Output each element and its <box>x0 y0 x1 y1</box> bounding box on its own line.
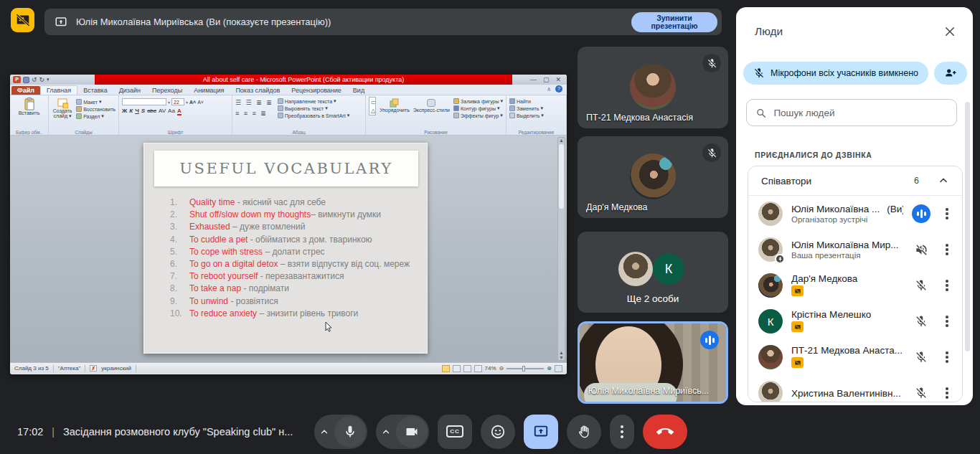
camera-button[interactable] <box>396 416 428 448</box>
arrange-button[interactable]: Упорядочить <box>380 97 410 127</box>
mic-options-chevron[interactable] <box>314 427 334 437</box>
ppt-vertical-scrollbar[interactable]: ▲ ▲ ▼ <box>557 137 565 361</box>
participant-row[interactable]: Юлія Миколаївна Мир... Ваша презентація <box>748 232 962 268</box>
panel-scrollbar[interactable] <box>965 102 970 351</box>
tab-design[interactable]: Дизайн <box>113 86 146 95</box>
sorter-view-button[interactable] <box>453 365 461 372</box>
more-options-button[interactable] <box>939 241 955 258</box>
section-button[interactable]: Раздел ▾ <box>76 113 116 119</box>
shapes-gallery[interactable]: ▭╲╲□○◇ △▽○☆ <box>369 97 376 115</box>
shape-fill-button[interactable]: Заливка фигуры ▾ <box>453 98 503 104</box>
shape-outline-button[interactable]: Контур фигуры ▾ <box>453 105 503 111</box>
more-options-button[interactable] <box>939 205 955 222</box>
list-buttons[interactable]: ☰ ☰ ≣ ≣ <box>235 99 273 107</box>
shadow-button[interactable]: S <box>141 108 145 115</box>
raise-hand-button[interactable] <box>567 415 601 449</box>
ppt-window-controls[interactable]: — ▢ ✕ <box>512 75 567 85</box>
scrollbar-thumb[interactable] <box>559 144 564 209</box>
font-size-box[interactable]: 22 <box>171 98 184 105</box>
more-options-button[interactable] <box>939 277 955 294</box>
captions-button[interactable]: CC <box>438 415 472 449</box>
smartart-button[interactable]: Преобразовать в SmartArt ▾ <box>278 113 349 118</box>
qat-dropdown-icon[interactable]: ▾ <box>47 76 50 83</box>
font-color-button[interactable]: A <box>177 108 182 115</box>
maximize-icon[interactable]: ▢ <box>543 76 550 83</box>
chevron-up-icon[interactable] <box>938 175 949 186</box>
scroll-up-icon[interactable]: ▲ <box>559 138 564 143</box>
normal-view-button[interactable] <box>442 365 450 372</box>
save-icon[interactable] <box>23 77 29 83</box>
quick-styles-button[interactable]: Экспресс-стили <box>413 97 450 127</box>
close-icon[interactable]: ✕ <box>555 76 561 83</box>
shrink-font-button[interactable]: A˅ <box>197 100 204 105</box>
add-people-button[interactable] <box>934 62 967 85</box>
tab-animation[interactable]: Анимация <box>188 86 230 95</box>
new-slide-button[interactable]: Создатьслайд ▾ <box>52 97 73 127</box>
participant-row[interactable]: К Крістіна Мелешко <box>748 303 962 339</box>
close-panel-button[interactable] <box>941 23 958 40</box>
undo-icon[interactable]: ↺ <box>32 76 37 83</box>
bold-button[interactable]: Ж <box>122 108 127 115</box>
spellcheck-icon[interactable]: ✗ <box>90 365 97 372</box>
search-people-box[interactable] <box>746 99 957 126</box>
camera-options-chevron[interactable] <box>376 427 396 437</box>
zoom-slider[interactable] <box>507 368 544 369</box>
tab-slideshow[interactable]: Показ слайдов <box>230 86 286 95</box>
grow-font-button[interactable]: A˄ <box>189 100 196 105</box>
coauthors-header[interactable]: Співавтори 6 <box>748 166 962 196</box>
more-options-button[interactable] <box>939 384 955 402</box>
participant-row[interactable]: Дар'я Медкова <box>748 268 962 303</box>
next-slide-icon[interactable]: ▼ <box>559 355 564 360</box>
layout-button[interactable]: Макет ▾ <box>76 99 116 105</box>
align-buttons[interactable]: ≡ ≡ ≡ ≣ <box>235 110 273 118</box>
select-button[interactable]: Выделить ▾ <box>509 113 563 118</box>
align-text-button[interactable]: Выровнять текст ▾ <box>278 105 349 111</box>
char-spacing-button[interactable]: AV <box>159 108 166 115</box>
tab-file[interactable]: Файл <box>11 86 40 95</box>
shape-effects-button[interactable]: Эффекты фигур ▾ <box>453 113 503 118</box>
tab-insert[interactable]: Вставка <box>77 86 113 95</box>
participant-row[interactable]: ПТ-21 Медкова Анаста... <box>748 339 962 375</box>
stop-presentation-button[interactable]: Зупинити презентацію <box>631 12 717 32</box>
reading-view-button[interactable] <box>463 365 471 372</box>
redo-icon[interactable]: ↻ <box>39 76 45 83</box>
tab-transitions[interactable]: Переходы <box>146 86 188 95</box>
minimize-ribbon-icon[interactable]: ∧ <box>547 86 551 93</box>
slideshow-view-button[interactable] <box>474 365 482 372</box>
find-button[interactable]: Найти <box>509 98 563 104</box>
ppt-quick-access-toolbar[interactable]: P ↺ ↻ ▾ <box>10 75 95 85</box>
help-icon[interactable]: ? <box>555 85 562 93</box>
more-options-button[interactable] <box>939 349 955 366</box>
minimize-icon[interactable]: — <box>530 76 537 83</box>
text-direction-button[interactable]: Направление текста ▾ <box>278 98 349 104</box>
video-tile-overflow[interactable]: К Ще 2 особи <box>578 232 728 313</box>
leave-call-button[interactable] <box>643 415 687 449</box>
tab-view[interactable]: Вид <box>347 86 370 95</box>
participant-row[interactable]: Юлія Миколаївна ...(Ви) Організатор зуст… <box>748 196 962 232</box>
strikethrough-button[interactable]: abc <box>147 108 156 115</box>
font-name-box[interactable] <box>122 98 166 105</box>
tab-review[interactable]: Рецензирование <box>286 86 347 95</box>
more-options-button[interactable] <box>939 313 955 330</box>
reactions-button[interactable] <box>481 415 515 449</box>
zoom-in-icon[interactable]: ⊕ <box>547 365 552 372</box>
search-people-input[interactable] <box>773 108 948 118</box>
video-tile-anastasia[interactable]: ПТ-21 Медкова Анастасія <box>578 47 728 128</box>
italic-button[interactable]: К <box>129 108 133 115</box>
paste-button[interactable]: Вставить <box>13 98 45 115</box>
tab-home[interactable]: Главная <box>40 85 77 95</box>
video-tile-darya[interactable]: Дар'я Медкова <box>578 136 728 218</box>
language-indicator[interactable]: украинский <box>101 365 131 372</box>
fit-window-button[interactable] <box>555 365 562 372</box>
replace-button[interactable]: Заменить ▾ <box>509 105 563 111</box>
prev-slide-icon[interactable]: ▲ <box>559 350 564 355</box>
zoom-out-icon[interactable]: ⊖ <box>499 365 504 372</box>
present-button[interactable] <box>524 415 558 449</box>
underline-button[interactable]: Ч <box>135 108 139 115</box>
participant-row[interactable]: Христина Валентинівн... <box>748 375 962 402</box>
more-options-button[interactable] <box>610 415 634 449</box>
mute-all-button[interactable]: Мікрофони всіх учасників вимкнено <box>743 62 928 85</box>
reset-button[interactable]: Восстановить <box>76 106 116 112</box>
video-tile-self[interactable]: Юлія Миколаївна Мириївсь... <box>578 321 728 404</box>
zoom-slider-thumb[interactable] <box>522 366 525 372</box>
